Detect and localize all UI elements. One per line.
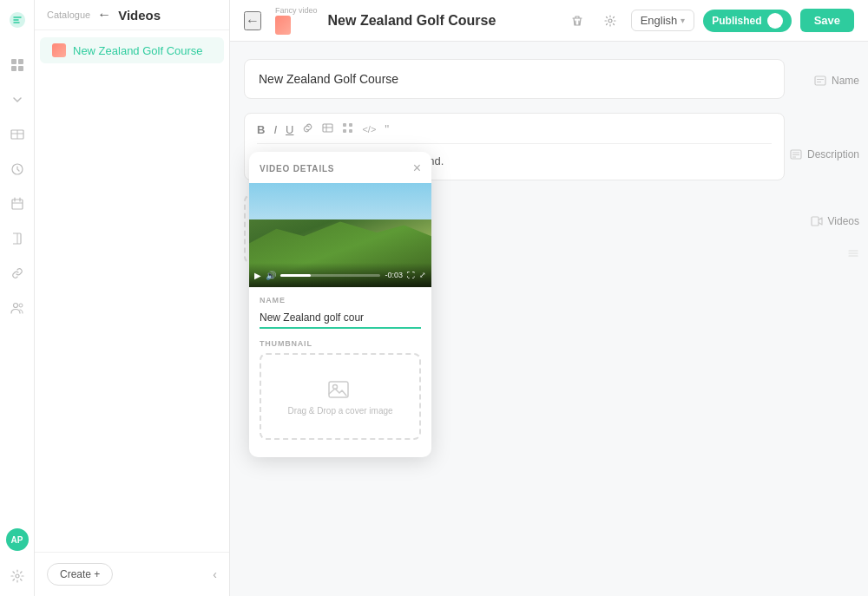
svg-point-14 <box>19 304 23 307</box>
main-content: ← Fancy video New Zealand Golf Course <box>230 0 868 596</box>
right-label-description: Description <box>799 89 868 163</box>
modal-form: NAME THUMBNAIL Drag & Drop a cover image <box>249 287 431 457</box>
video-player[interactable]: ▶ 🔊 -0:03 ⛶ ⤢ <box>249 183 431 287</box>
create-button[interactable]: Create + <box>47 563 113 586</box>
sidebar-title: Videos <box>118 8 161 23</box>
svg-rect-1 <box>18 59 23 64</box>
svg-rect-21 <box>349 123 352 127</box>
svg-rect-23 <box>349 129 352 133</box>
top-bar: ← Fancy video New Zealand Golf Course <box>230 0 868 42</box>
right-name-label: Name <box>832 75 859 87</box>
sidebar-header: Catalogue ← Videos <box>35 0 229 30</box>
svg-rect-31 <box>812 217 819 226</box>
time-display: -0:03 <box>385 271 403 279</box>
svg-rect-22 <box>343 129 346 133</box>
publish-label: Published <box>712 15 761 27</box>
right-videos-label: Videos <box>828 215 859 227</box>
code-tool[interactable]: </> <box>362 124 376 134</box>
video-sky <box>249 183 431 219</box>
svg-point-15 <box>16 574 19 578</box>
thumbnail-drop-zone[interactable]: Drag & Drop a cover image <box>260 353 421 440</box>
nav-circle-icon[interactable] <box>8 160 27 179</box>
topbar-back-button[interactable]: ← <box>244 11 261 30</box>
underline-tool[interactable]: U <box>286 123 293 136</box>
svg-rect-20 <box>343 123 346 127</box>
modal-header: VIDEO DETAILS × <box>249 152 431 183</box>
fancy-video-label: Fancy video <box>275 6 318 15</box>
sidebar-collapse-icon[interactable]: ‹ <box>213 567 217 581</box>
video-file-icon <box>52 43 66 57</box>
user-avatar[interactable]: AP <box>6 528 29 551</box>
modal-close-button[interactable]: × <box>413 160 421 176</box>
settings-icon[interactable] <box>8 567 27 586</box>
language-label: English <box>641 14 678 27</box>
nav-grid-icon[interactable] <box>8 56 27 75</box>
chevron-down-icon: ▾ <box>681 16 685 25</box>
sidebar-items: New Zealand Golf Course <box>35 30 229 70</box>
nav-calendar-icon[interactable] <box>8 194 27 213</box>
description-toolbar: B I U <box>257 122 772 144</box>
publish-toggle[interactable]: Published <box>703 10 791 32</box>
sidebar-item-label: New Zealand Golf Course <box>73 44 203 57</box>
fullscreen-button[interactable]: ⛶ <box>407 271 415 279</box>
svg-point-13 <box>13 304 17 308</box>
progress-fill <box>280 274 311 277</box>
topbar-actions: English ▾ Published Save <box>565 9 854 33</box>
back-button[interactable]: ← <box>97 7 111 23</box>
right-label-name: Name <box>799 59 868 89</box>
logo-icon <box>8 10 27 33</box>
volume-button[interactable]: 🔊 <box>266 271 276 280</box>
breadcrumb: Catalogue <box>47 10 90 20</box>
svg-rect-24 <box>815 76 825 85</box>
quote-tool[interactable]: " <box>385 122 389 136</box>
topbar-title: New Zealand Golf Course <box>328 13 555 29</box>
settings-button[interactable] <box>598 9 622 33</box>
thumbnail-form-label: THUMBNAIL <box>260 339 421 348</box>
nav-arrow-icon[interactable] <box>8 90 27 109</box>
svg-rect-8 <box>12 200 23 209</box>
toggle-circle <box>767 13 783 29</box>
icon-rail: AP <box>0 0 35 596</box>
nav-people-icon[interactable] <box>8 298 27 318</box>
grid-tool[interactable] <box>342 122 353 136</box>
thumbnail-drop-label: Drag & Drop a cover image <box>287 406 392 416</box>
table-tool[interactable] <box>322 122 333 136</box>
right-sidebar: Name Description <box>799 42 868 596</box>
bold-tool[interactable]: B <box>257 123 265 136</box>
sidebar: Catalogue ← Videos New Zealand Golf Cour… <box>35 0 230 596</box>
svg-rect-2 <box>11 66 16 71</box>
sidebar-item-nzgc[interactable]: New Zealand Golf Course <box>40 37 224 63</box>
link-tool[interactable] <box>302 122 313 136</box>
save-button[interactable]: Save <box>800 9 854 32</box>
svg-rect-0 <box>11 59 16 64</box>
right-label-videos: Videos <box>799 163 868 230</box>
video-details-modal: VIDEO DETAILS × ▶ 🔊 -0:03 <box>249 152 431 457</box>
nav-link-icon[interactable] <box>8 264 27 283</box>
nav-book-icon[interactable] <box>8 229 27 248</box>
video-name-input[interactable] <box>260 308 421 329</box>
play-button[interactable]: ▶ <box>254 271 261 280</box>
modal-title: VIDEO DETAILS <box>260 164 334 174</box>
italic-tool[interactable]: I <box>273 123 277 136</box>
name-input[interactable] <box>244 59 785 99</box>
sidebar-footer: Create + ‹ <box>35 552 229 596</box>
right-description-label: Description <box>807 148 859 160</box>
svg-rect-3 <box>18 66 23 71</box>
delete-button[interactable] <box>565 9 589 33</box>
svg-point-16 <box>608 19 612 23</box>
expand-button[interactable]: ⤢ <box>419 271 426 279</box>
topbar-video-icon <box>275 16 291 35</box>
progress-bar[interactable] <box>280 274 380 277</box>
video-controls: ▶ 🔊 -0:03 ⛶ ⤢ <box>249 263 431 287</box>
language-selector[interactable]: English ▾ <box>631 10 695 31</box>
nav-table-icon[interactable] <box>8 125 27 144</box>
name-form-label: NAME <box>260 296 421 305</box>
